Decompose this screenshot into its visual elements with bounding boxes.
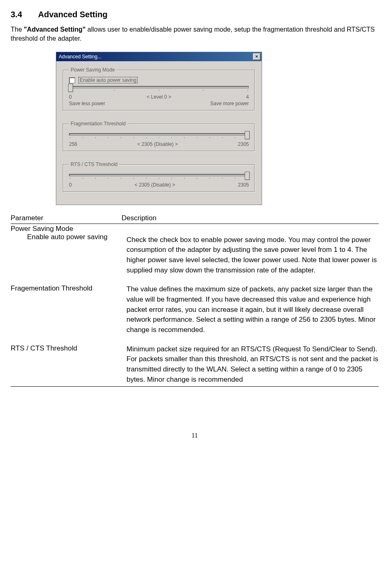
close-icon[interactable]: × [253, 53, 260, 60]
power-right-label: Save more power [210, 101, 249, 106]
dialog-title-bar: Advanced Setting... × [56, 52, 262, 61]
intro-bold: "Advanced Setting" [24, 26, 85, 33]
fragmentation-ticks: ''''''''''''''' [69, 136, 249, 141]
power-saving-ticks: ''''' [69, 89, 249, 93]
enable-power-saving-label: Enable auto power saving [78, 77, 138, 83]
param-fragmentation-threshold: Fragementation Threshold [11, 284, 126, 335]
intro-paragraph: The "Advanced Setting" allows user to en… [11, 25, 379, 43]
dialog-title: Advanced Setting... [59, 54, 101, 60]
fragmentation-legend: Fragmentation Threshold [69, 121, 127, 127]
param-enable-auto-power-saving: Enable auto power saving [11, 233, 122, 241]
power-saving-legend: Power Saving Mode [69, 67, 116, 73]
rts-slider[interactable] [69, 174, 249, 176]
section-title: Advanced Setting [38, 10, 108, 19]
power-max: 4 [246, 94, 249, 100]
power-level-indicator: < Level 0 > [72, 94, 246, 100]
slider-thumb-icon[interactable] [245, 131, 250, 139]
advanced-setting-dialog: Advanced Setting... × Power Saving Mode … [56, 52, 262, 205]
power-saving-group: Power Saving Mode Enable auto power savi… [63, 67, 255, 111]
slider-thumb-icon[interactable] [245, 172, 250, 180]
header-description: Description [122, 214, 379, 222]
section-number: 3.4 [11, 10, 36, 19]
power-min: 0 [69, 94, 72, 100]
frag-max: 2305 [238, 141, 249, 147]
power-left-label: Save less power [69, 101, 105, 106]
page-number: 11 [11, 432, 379, 439]
rts-value-indicator: < 2305 (Disable) > [72, 182, 238, 188]
param-rts-cts-threshold: RTS / CTS Threshold [11, 344, 126, 385]
rts-min: 0 [69, 182, 72, 188]
rts-ticks: ''''''''''''''' [69, 177, 249, 181]
rts-max: 2305 [238, 182, 249, 188]
slider-thumb-icon[interactable] [68, 84, 73, 92]
rts-cts-group: RTS / CTS Threshold ''''''''''''''' 0 < … [63, 161, 255, 192]
frag-min: 256 [69, 141, 77, 147]
param-power-saving-mode: Power Saving Mode [11, 225, 122, 233]
fragmentation-slider[interactable] [69, 133, 249, 136]
intro-pre: The [11, 26, 24, 33]
table-row: Power Saving Mode Enable auto power savi… [11, 225, 379, 275]
dialog-body: Power Saving Mode Enable auto power savi… [56, 61, 262, 205]
parameter-table: Parameter Description Power Saving Mode … [11, 214, 379, 387]
table-row: Fragementation Threshold The value defin… [11, 284, 379, 335]
rts-legend: RTS / CTS Threshold [69, 161, 119, 167]
desc-fragmentation: The value defines the maximum size of pa… [126, 284, 379, 335]
header-parameter: Parameter [11, 214, 122, 222]
fragmentation-group: Fragmentation Threshold ''''''''''''''' … [63, 121, 255, 152]
desc-rts-cts: Minimum packet size required for an RTS/… [126, 344, 379, 385]
table-header-row: Parameter Description [11, 214, 379, 224]
desc-power-saving: Check the check box to enable power savi… [126, 236, 377, 274]
table-row: RTS / CTS Threshold Minimum packet size … [11, 344, 379, 385]
power-saving-slider[interactable] [69, 86, 249, 88]
enable-power-saving-checkbox[interactable] [69, 77, 75, 83]
frag-value-indicator: < 2305 (Disable) > [77, 141, 238, 147]
section-heading: 3.4 Advanced Setting [11, 10, 379, 19]
